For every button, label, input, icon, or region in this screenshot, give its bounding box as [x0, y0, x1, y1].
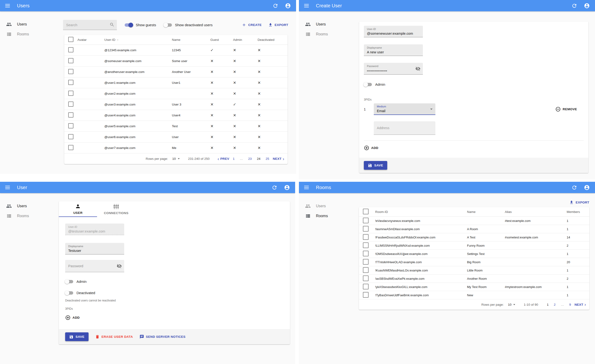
select-all-checkbox[interactable] [363, 209, 368, 214]
displayname-field[interactable]: Displayname Testuser [65, 243, 124, 254]
create-button[interactable]: CREATE [242, 23, 262, 27]
deactivated-toggle[interactable] [65, 291, 73, 294]
visibility-off-icon[interactable] [117, 263, 122, 269]
export-button[interactable]: EXPORT [268, 23, 288, 27]
table-row[interactable]: @user2:example.com✕✕✕ [64, 88, 288, 99]
row-checkbox[interactable] [68, 91, 73, 96]
medium-select[interactable]: Medium Email [374, 103, 435, 115]
account-circle-icon[interactable] [285, 3, 291, 9]
sidebar-item-users[interactable]: Users [0, 19, 62, 29]
row-checkbox[interactable] [363, 284, 368, 289]
password-field[interactable]: Password [65, 260, 124, 272]
row-checkbox[interactable] [68, 123, 73, 128]
table-row[interactable]: @12345:example.com12345✓✕✕ [64, 45, 288, 56]
menu-icon[interactable] [304, 186, 309, 189]
table-row[interactable]: !eVasdacvxysewus:example.com#test:exampl… [359, 217, 589, 225]
table-row[interactable]: @anotheruser:example.comAnother User✕✕✕ [64, 67, 288, 77]
send-server-notices-button[interactable]: SEND SERVER NOTICES [140, 335, 186, 339]
row-checkbox[interactable] [363, 226, 368, 231]
save-button[interactable]: SAVE [65, 332, 89, 341]
page-button-23[interactable]: 23 [246, 157, 254, 161]
table-row[interactable]: !FasdweDssccaGLdsFRddsOl:example.comA Te… [359, 233, 589, 241]
refresh-icon[interactable] [271, 185, 277, 190]
table-row[interactable]: !TyBasDmweIJdfFaeBmk:example.comNew1 [359, 291, 589, 299]
visibility-off-icon[interactable] [415, 66, 420, 71]
tab-connections[interactable]: CONNECTIONS [97, 201, 135, 217]
menu-icon[interactable] [304, 4, 309, 7]
rows-per-page-select[interactable]: 10 [508, 303, 515, 306]
menu-icon[interactable] [5, 4, 10, 7]
prev-page-button[interactable]: ‹PREV [218, 156, 229, 161]
page-button-9[interactable]: 9 [567, 303, 574, 306]
add-threepid-button[interactable]: ADD [65, 315, 80, 320]
address-input[interactable]: Address [374, 121, 435, 135]
row-checkbox[interactable] [363, 275, 368, 281]
row-checkbox[interactable] [68, 69, 73, 74]
table-row[interactable]: @someuser:example.comSome user✕✕✕ [64, 56, 288, 67]
remove-threepid-button[interactable]: REMOVE [555, 106, 577, 112]
table-row[interactable]: !LLIMSSNHrhRjsdWNXsd:example.comFunny Ro… [359, 241, 589, 250]
column-header-deactivated[interactable]: Deactivated [258, 35, 288, 45]
row-checkbox[interactable] [68, 58, 73, 63]
row-checkbox[interactable] [363, 234, 368, 240]
column-header-room-id[interactable]: Room-ID [375, 207, 467, 217]
row-checkbox[interactable] [363, 218, 368, 223]
add-threepid-button[interactable]: ADD [364, 145, 378, 151]
page-button-24[interactable]: 24 [254, 157, 263, 161]
next-page-button[interactable]: NEXT› [574, 302, 586, 307]
row-checkbox[interactable] [363, 267, 368, 273]
table-row[interactable]: !OMSDsdweassIlUUjjwe:example.comSettings… [359, 250, 589, 258]
refresh-icon[interactable] [272, 3, 278, 9]
sidebar-item-users[interactable]: Users [299, 201, 358, 211]
page-button-1[interactable]: 1 [230, 157, 237, 161]
account-circle-icon[interactable] [284, 185, 290, 190]
column-header-guest[interactable]: Guest [210, 35, 233, 45]
sidebar-item-rooms[interactable]: Rooms [0, 211, 57, 221]
row-checkbox[interactable] [68, 47, 73, 52]
table-row[interactable]: !asSBSlsdWEvaXwPk:example.comAnother Roo… [359, 274, 589, 283]
user-id-field[interactable]: User-ID @somenewuser:example.com [364, 26, 423, 37]
select-all-checkbox[interactable] [68, 37, 73, 42]
sidebar-item-rooms[interactable]: Rooms [0, 29, 62, 39]
sidebar-item-users[interactable]: Users [0, 201, 57, 211]
refresh-icon[interactable] [571, 185, 577, 190]
table-row[interactable]: !TTnlslkHHweOLAD:example.comBig Room20 [359, 258, 589, 266]
page-button-25[interactable]: 25 [263, 157, 272, 161]
table-row[interactable]: @user4:example.comUser4✕✕✕ [64, 110, 288, 121]
menu-icon[interactable] [5, 186, 10, 189]
account-circle-icon[interactable] [584, 185, 590, 190]
row-checkbox[interactable] [68, 134, 73, 139]
admin-toggle[interactable] [364, 83, 372, 86]
search-input[interactable] [63, 20, 117, 30]
show-deactivated-toggle[interactable] [164, 23, 172, 27]
table-row[interactable]: @user5:example.comTest✕✕✕ [64, 121, 288, 132]
table-row[interactable]: @user7:example.comMe✕✕✕ [64, 143, 288, 154]
sidebar-item-rooms[interactable]: Rooms [299, 29, 358, 39]
row-checkbox[interactable] [68, 112, 73, 118]
tab-user[interactable]: USER [59, 201, 97, 217]
table-row[interactable]: !ykAStwxasdwsKkxGILL:example.comMy Test … [359, 283, 589, 291]
displayname-field[interactable]: Displayname A new user [364, 44, 423, 56]
row-checkbox[interactable] [363, 292, 368, 298]
column-header-members[interactable]: Members [567, 207, 589, 217]
row-checkbox[interactable] [68, 145, 73, 150]
refresh-icon[interactable] [571, 3, 577, 9]
save-button[interactable]: SAVE [364, 161, 387, 170]
column-header-admin[interactable]: Admin [233, 35, 258, 45]
rows-per-page-select[interactable]: 10 [172, 157, 180, 161]
next-page-button[interactable]: NEXT› [273, 156, 284, 161]
export-button[interactable]: EXPORT [569, 200, 589, 205]
column-header-name[interactable]: Name [172, 35, 210, 45]
erase-user-data-button[interactable]: ERASE USER DATA [95, 335, 133, 339]
page-button-2[interactable]: 2 [551, 303, 558, 306]
table-row[interactable]: @user1:example.comUser1✕✕✕ [64, 77, 288, 88]
admin-toggle[interactable] [65, 280, 73, 283]
table-row[interactable]: @user3:example.comUser 3✕✓✕ [64, 99, 288, 110]
row-checkbox[interactable] [68, 102, 73, 107]
row-checkbox[interactable] [363, 251, 368, 256]
password-field[interactable]: Password •••••••••••••••• [364, 63, 423, 75]
row-checkbox[interactable] [68, 80, 73, 85]
sidebar-item-users[interactable]: Users [299, 19, 358, 29]
table-row[interactable]: !lasmnwASmDllasi:example.comA Room1 [359, 225, 589, 233]
row-checkbox[interactable] [363, 242, 368, 248]
